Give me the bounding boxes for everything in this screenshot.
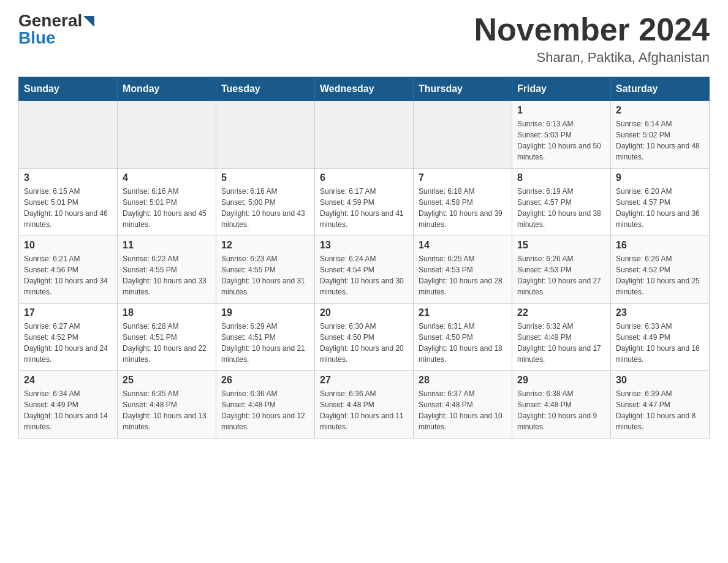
day-number: 19 bbox=[221, 307, 309, 318]
calendar-week-row: 17Sunrise: 6:27 AM Sunset: 4:52 PM Dayli… bbox=[19, 304, 710, 371]
day-number: 3 bbox=[24, 172, 112, 183]
day-info: Sunrise: 6:13 AM Sunset: 5:03 PM Dayligh… bbox=[517, 118, 605, 163]
day-number: 26 bbox=[221, 375, 309, 386]
day-number: 13 bbox=[320, 240, 408, 251]
day-info: Sunrise: 6:39 AM Sunset: 4:47 PM Dayligh… bbox=[616, 388, 704, 432]
day-number: 5 bbox=[221, 172, 309, 183]
day-info: Sunrise: 6:36 AM Sunset: 4:48 PM Dayligh… bbox=[221, 388, 309, 432]
calendar-table: SundayMondayTuesdayWednesdayThursdayFrid… bbox=[18, 77, 710, 439]
day-number: 15 bbox=[517, 240, 605, 251]
day-info: Sunrise: 6:22 AM Sunset: 4:55 PM Dayligh… bbox=[123, 253, 211, 297]
svg-marker-0 bbox=[83, 16, 94, 27]
col-header-tuesday: Tuesday bbox=[216, 77, 315, 101]
day-info: Sunrise: 6:38 AM Sunset: 4:48 PM Dayligh… bbox=[517, 388, 605, 432]
calendar-cell: 11Sunrise: 6:22 AM Sunset: 4:55 PM Dayli… bbox=[118, 236, 216, 304]
calendar-cell: 16Sunrise: 6:26 AM Sunset: 4:52 PM Dayli… bbox=[611, 236, 710, 304]
col-header-monday: Monday bbox=[118, 77, 216, 101]
calendar-cell: 8Sunrise: 6:19 AM Sunset: 4:57 PM Daylig… bbox=[512, 169, 611, 236]
day-number: 2 bbox=[616, 105, 704, 116]
day-number: 20 bbox=[320, 307, 408, 318]
calendar-cell: 29Sunrise: 6:38 AM Sunset: 4:48 PM Dayli… bbox=[512, 371, 611, 439]
page-header: General Blue November 2024 Sharan, Pakti… bbox=[18, 12, 710, 66]
calendar-cell bbox=[118, 101, 216, 169]
calendar-cell: 10Sunrise: 6:21 AM Sunset: 4:56 PM Dayli… bbox=[19, 236, 118, 304]
calendar-cell: 22Sunrise: 6:32 AM Sunset: 4:49 PM Dayli… bbox=[512, 304, 611, 371]
day-info: Sunrise: 6:36 AM Sunset: 4:48 PM Dayligh… bbox=[320, 388, 408, 432]
day-info: Sunrise: 6:29 AM Sunset: 4:51 PM Dayligh… bbox=[221, 321, 309, 365]
calendar-cell: 2Sunrise: 6:14 AM Sunset: 5:02 PM Daylig… bbox=[611, 101, 710, 169]
day-info: Sunrise: 6:17 AM Sunset: 4:59 PM Dayligh… bbox=[320, 186, 408, 230]
calendar-cell: 1Sunrise: 6:13 AM Sunset: 5:03 PM Daylig… bbox=[512, 101, 611, 169]
calendar-cell: 15Sunrise: 6:26 AM Sunset: 4:53 PM Dayli… bbox=[512, 236, 611, 304]
calendar-cell: 3Sunrise: 6:15 AM Sunset: 5:01 PM Daylig… bbox=[19, 169, 118, 236]
day-info: Sunrise: 6:33 AM Sunset: 4:49 PM Dayligh… bbox=[616, 321, 704, 365]
calendar-cell: 26Sunrise: 6:36 AM Sunset: 4:48 PM Dayli… bbox=[216, 371, 315, 439]
calendar-cell: 5Sunrise: 6:16 AM Sunset: 5:00 PM Daylig… bbox=[216, 169, 315, 236]
calendar-cell: 13Sunrise: 6:24 AM Sunset: 4:54 PM Dayli… bbox=[315, 236, 414, 304]
day-number: 16 bbox=[616, 240, 704, 251]
day-number: 28 bbox=[419, 375, 507, 386]
calendar-cell: 18Sunrise: 6:28 AM Sunset: 4:51 PM Dayli… bbox=[118, 304, 216, 371]
day-number: 6 bbox=[320, 172, 408, 183]
day-info: Sunrise: 6:27 AM Sunset: 4:52 PM Dayligh… bbox=[24, 321, 112, 365]
calendar-cell: 23Sunrise: 6:33 AM Sunset: 4:49 PM Dayli… bbox=[611, 304, 710, 371]
calendar-cell: 7Sunrise: 6:18 AM Sunset: 4:58 PM Daylig… bbox=[414, 169, 512, 236]
day-number: 10 bbox=[24, 240, 112, 251]
calendar-cell: 19Sunrise: 6:29 AM Sunset: 4:51 PM Dayli… bbox=[216, 304, 315, 371]
calendar-title: November 2024 bbox=[474, 12, 710, 47]
calendar-cell: 6Sunrise: 6:17 AM Sunset: 4:59 PM Daylig… bbox=[315, 169, 414, 236]
day-number: 11 bbox=[123, 240, 211, 251]
day-number: 21 bbox=[419, 307, 507, 318]
day-info: Sunrise: 6:20 AM Sunset: 4:57 PM Dayligh… bbox=[616, 186, 704, 230]
day-number: 25 bbox=[123, 375, 211, 386]
day-info: Sunrise: 6:16 AM Sunset: 5:01 PM Dayligh… bbox=[123, 186, 211, 230]
calendar-header-row: SundayMondayTuesdayWednesdayThursdayFrid… bbox=[19, 77, 710, 101]
day-info: Sunrise: 6:31 AM Sunset: 4:50 PM Dayligh… bbox=[419, 321, 507, 365]
day-info: Sunrise: 6:18 AM Sunset: 4:58 PM Dayligh… bbox=[419, 186, 507, 230]
calendar-cell bbox=[19, 101, 118, 169]
day-number: 9 bbox=[616, 172, 704, 183]
day-number: 14 bbox=[419, 240, 507, 251]
logo-blue-text: Blue bbox=[18, 29, 56, 47]
calendar-cell: 24Sunrise: 6:34 AM Sunset: 4:49 PM Dayli… bbox=[19, 371, 118, 439]
calendar-cell: 20Sunrise: 6:30 AM Sunset: 4:50 PM Dayli… bbox=[315, 304, 414, 371]
day-info: Sunrise: 6:26 AM Sunset: 4:52 PM Dayligh… bbox=[616, 253, 704, 297]
calendar-cell: 30Sunrise: 6:39 AM Sunset: 4:47 PM Dayli… bbox=[611, 371, 710, 439]
day-number: 29 bbox=[517, 375, 605, 386]
day-info: Sunrise: 6:35 AM Sunset: 4:48 PM Dayligh… bbox=[123, 388, 211, 432]
calendar-cell: 17Sunrise: 6:27 AM Sunset: 4:52 PM Dayli… bbox=[19, 304, 118, 371]
calendar-cell bbox=[216, 101, 315, 169]
day-info: Sunrise: 6:24 AM Sunset: 4:54 PM Dayligh… bbox=[320, 253, 408, 297]
calendar-cell: 9Sunrise: 6:20 AM Sunset: 4:57 PM Daylig… bbox=[611, 169, 710, 236]
day-info: Sunrise: 6:34 AM Sunset: 4:49 PM Dayligh… bbox=[24, 388, 112, 432]
day-info: Sunrise: 6:19 AM Sunset: 4:57 PM Dayligh… bbox=[517, 186, 605, 230]
day-number: 23 bbox=[616, 307, 704, 318]
calendar-week-row: 1Sunrise: 6:13 AM Sunset: 5:03 PM Daylig… bbox=[19, 101, 710, 169]
day-info: Sunrise: 6:15 AM Sunset: 5:01 PM Dayligh… bbox=[24, 186, 112, 230]
calendar-subtitle: Sharan, Paktika, Afghanistan bbox=[474, 50, 710, 66]
calendar-week-row: 3Sunrise: 6:15 AM Sunset: 5:01 PM Daylig… bbox=[19, 169, 710, 236]
day-number: 27 bbox=[320, 375, 408, 386]
calendar-week-row: 24Sunrise: 6:34 AM Sunset: 4:49 PM Dayli… bbox=[19, 371, 710, 439]
calendar-cell: 12Sunrise: 6:23 AM Sunset: 4:55 PM Dayli… bbox=[216, 236, 315, 304]
day-number: 24 bbox=[24, 375, 112, 386]
day-number: 12 bbox=[221, 240, 309, 251]
day-number: 7 bbox=[419, 172, 507, 183]
day-number: 18 bbox=[123, 307, 211, 318]
day-number: 1 bbox=[517, 105, 605, 116]
calendar-cell: 27Sunrise: 6:36 AM Sunset: 4:48 PM Dayli… bbox=[315, 371, 414, 439]
day-number: 8 bbox=[517, 172, 605, 183]
calendar-cell bbox=[414, 101, 512, 169]
day-info: Sunrise: 6:23 AM Sunset: 4:55 PM Dayligh… bbox=[221, 253, 309, 297]
day-number: 17 bbox=[24, 307, 112, 318]
day-info: Sunrise: 6:30 AM Sunset: 4:50 PM Dayligh… bbox=[320, 321, 408, 365]
calendar-cell: 14Sunrise: 6:25 AM Sunset: 4:53 PM Dayli… bbox=[414, 236, 512, 304]
day-info: Sunrise: 6:28 AM Sunset: 4:51 PM Dayligh… bbox=[123, 321, 211, 365]
day-number: 4 bbox=[123, 172, 211, 183]
day-number: 22 bbox=[517, 307, 605, 318]
calendar-cell: 25Sunrise: 6:35 AM Sunset: 4:48 PM Dayli… bbox=[118, 371, 216, 439]
day-info: Sunrise: 6:14 AM Sunset: 5:02 PM Dayligh… bbox=[616, 118, 704, 163]
col-header-thursday: Thursday bbox=[414, 77, 512, 101]
calendar-cell: 21Sunrise: 6:31 AM Sunset: 4:50 PM Dayli… bbox=[414, 304, 512, 371]
title-block: November 2024 Sharan, Paktika, Afghanist… bbox=[474, 12, 710, 66]
